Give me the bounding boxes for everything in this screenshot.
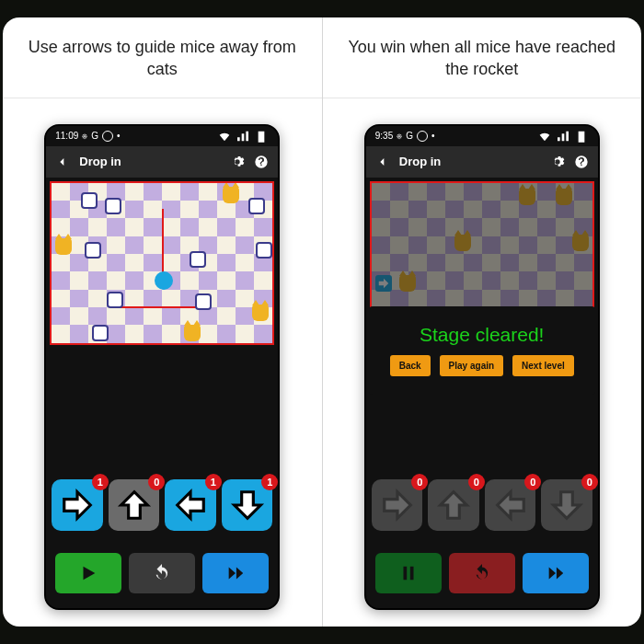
arrow-badge: 0 [524, 474, 541, 490]
pause-button[interactable] [375, 553, 442, 593]
mouse-sprite [105, 198, 121, 214]
arrow-badge: 0 [148, 474, 165, 490]
title-label: Drop in [399, 155, 442, 168]
titlebar: Drop in [46, 146, 278, 178]
reset-button[interactable] [129, 553, 195, 593]
statusbar: 11:09 ⎈ G• [46, 126, 278, 146]
back-icon[interactable] [375, 155, 390, 169]
statusbar: 9:35 ⎈ G• [366, 126, 598, 146]
arrow-palette: 1 0 1 1 [46, 470, 278, 540]
arrow-right-button[interactable]: 1 [52, 479, 103, 531]
board-area: Stage cleared! Back Play again Next leve… [366, 178, 598, 345]
titlebar: Drop in [366, 146, 598, 178]
back-button[interactable]: Back [390, 355, 431, 376]
arrow-badge: 0 [581, 474, 598, 490]
play-again-button[interactable]: Play again [440, 355, 503, 376]
cat-sprite [454, 235, 471, 251]
next-level-button[interactable]: Next level [512, 355, 574, 376]
placed-arrow-icon [375, 275, 392, 292]
cat-sprite [55, 238, 72, 255]
mouse-sprite [92, 325, 109, 341]
cat-sprite [223, 187, 239, 203]
store-frame: Use arrows to guide mice away from cats … [3, 17, 641, 627]
arrow-down-button[interactable]: 1 [222, 479, 273, 531]
battery-icon [254, 129, 269, 144]
status-time: 11:09 [55, 131, 78, 141]
status-dot-icon [102, 131, 113, 142]
title-label: Drop in [79, 155, 121, 168]
signal-icon [556, 129, 570, 144]
gear-icon[interactable] [550, 155, 565, 169]
phone-left: 11:09 ⎈ G• Drop in [44, 124, 280, 610]
rocket-goal [155, 271, 173, 290]
mouse-sprite [195, 293, 212, 310]
control-bar [46, 540, 278, 608]
arrow-badge: 1 [92, 474, 109, 490]
battery-icon [574, 129, 589, 144]
arrow-badge: 0 [468, 474, 485, 490]
caption-right: You win when all mice have reached the r… [323, 17, 642, 98]
status-dot-icon [417, 131, 428, 142]
cat-sprite [519, 189, 535, 205]
reset-button[interactable] [449, 553, 515, 593]
mouse-sprite [85, 242, 101, 259]
cat-sprite [184, 325, 201, 341]
cleared-message: Stage cleared! [420, 324, 544, 346]
fastforward-button[interactable] [202, 553, 269, 593]
help-icon[interactable] [574, 155, 589, 169]
mouse-sprite [256, 242, 272, 259]
cat-sprite [252, 305, 269, 321]
arrow-up-button: 0 [428, 479, 479, 531]
play-button[interactable] [55, 553, 121, 593]
control-bar [366, 540, 598, 608]
panel-guide: Use arrows to guide mice away from cats … [3, 17, 322, 627]
panel-win: You win when all mice have reached the r… [322, 17, 642, 627]
mouse-sprite [190, 251, 206, 268]
arrow-down-button: 0 [541, 479, 592, 531]
cat-sprite [572, 235, 589, 251]
mouse-sprite [81, 192, 98, 209]
board-area[interactable] [46, 178, 278, 345]
arrow-left-button[interactable]: 1 [165, 479, 216, 531]
arrow-palette: 0 0 0 0 [366, 470, 598, 540]
fastforward-button[interactable] [523, 553, 589, 593]
arrow-right-button: 0 [372, 479, 423, 531]
gear-icon[interactable] [230, 155, 245, 169]
wifi-icon [537, 129, 552, 144]
help-icon[interactable] [254, 155, 269, 169]
mouse-sprite [248, 198, 265, 214]
back-icon[interactable] [55, 155, 70, 169]
game-board[interactable] [50, 181, 274, 345]
cat-sprite [556, 189, 572, 205]
arrow-up-button[interactable]: 0 [109, 479, 160, 531]
caption-left: Use arrows to guide mice away from cats [3, 17, 322, 98]
signal-icon [236, 129, 250, 144]
arrow-badge: 0 [411, 474, 428, 490]
status-time: 9:35 [375, 131, 393, 141]
cat-sprite [399, 275, 416, 292]
arrow-badge: 1 [261, 474, 278, 490]
phone-right: 9:35 ⎈ G• Drop in [364, 124, 600, 610]
mouse-sprite [107, 292, 123, 308]
arrow-badge: 1 [205, 474, 222, 490]
arrow-left-button: 0 [485, 479, 536, 531]
wifi-icon [217, 129, 232, 144]
cleared-banner: Stage cleared! Back Play again Next leve… [369, 306, 595, 395]
